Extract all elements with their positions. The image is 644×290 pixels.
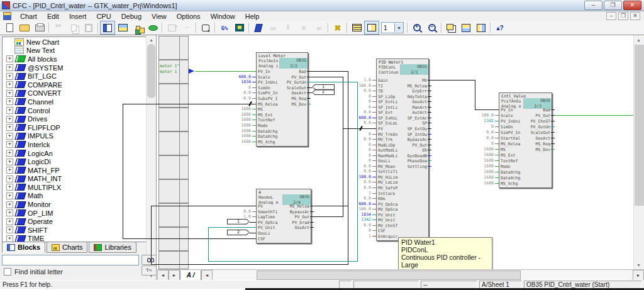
tile-horizontal-button[interactable]	[458, 21, 474, 35]
tree-item-logicdi[interactable]: +LogicDi	[3, 157, 154, 166]
expand-plus-icon[interactable]: +	[6, 159, 13, 165]
insert-predecessor-button[interactable]	[164, 21, 179, 35]
menu-chart[interactable]: Chart	[15, 13, 42, 20]
hscroll-left-button[interactable]: ◄	[201, 270, 213, 281]
tree-item-flipflop[interactable]: +FLIPFLOP	[3, 123, 154, 132]
watch-values-button[interactable]	[296, 21, 311, 35]
mdi-restore-button[interactable]: ❐	[618, 12, 628, 20]
expand-plus-icon[interactable]: +	[6, 81, 13, 88]
catalog-toggle-button[interactable]	[100, 21, 115, 35]
scroll-up-icon[interactable]: ▲	[634, 35, 643, 44]
minimize-button[interactable]: –	[584, 1, 602, 10]
comment-button[interactable]	[145, 21, 160, 35]
sheet-tab-a[interactable]: A /	[180, 270, 201, 281]
tree-item-math[interactable]: +Math	[3, 192, 154, 201]
tree-item-math-int[interactable]: +MATH_INT	[3, 175, 154, 184]
remove-forcing-button[interactable]	[281, 21, 296, 35]
tree-item--system[interactable]: +@SYSTEM	[3, 64, 154, 72]
lab-values-button[interactable]	[311, 21, 326, 35]
download-button[interactable]	[232, 21, 247, 35]
expand-plus-icon[interactable]: +	[6, 184, 13, 191]
expand-plus-icon[interactable]: +	[6, 55, 13, 62]
expand-plus-icon[interactable]: +	[6, 98, 13, 105]
help-cursor-button[interactable]	[492, 21, 508, 35]
tree-item-operate[interactable]: +Operate	[3, 217, 154, 226]
tree-item-interlck[interactable]: +Interlck	[3, 140, 154, 149]
sheet-view-button[interactable]	[349, 21, 364, 35]
tree-item-channel[interactable]: +Channel	[3, 98, 154, 106]
tree-item-compare[interactable]: +COMPARE	[3, 81, 154, 89]
tree-item-new-chart[interactable]: New Chart	[3, 38, 154, 47]
tree-item-logican[interactable]: +LogicAn	[3, 149, 154, 158]
expand-plus-icon[interactable]: +	[6, 150, 13, 157]
hscroll-right-button[interactable]: ►	[633, 270, 644, 281]
tile-vertical-button[interactable]	[474, 21, 489, 35]
canvas-horizontal-scrollbar[interactable]	[213, 270, 633, 280]
tab-blocks[interactable]: Blocks	[2, 242, 45, 253]
tree-item-math-fp[interactable]: +MATH_FP	[3, 166, 154, 175]
tree-item-shift[interactable]: +SHIFT	[3, 226, 154, 235]
cut-button[interactable]	[51, 21, 66, 35]
expand-plus-icon[interactable]: +	[6, 90, 13, 97]
expand-plus-icon[interactable]: +	[6, 192, 13, 199]
expand-plus-icon[interactable]: +	[6, 141, 13, 148]
expand-plus-icon[interactable]: +	[6, 218, 13, 225]
find-initial-letter-checkbox[interactable]	[4, 268, 11, 276]
tree-item-all-blocks[interactable]: +All blocks	[3, 55, 154, 64]
tree-item-op-lim[interactable]: +OP_LIM	[3, 209, 154, 218]
menu-view[interactable]: View	[147, 13, 172, 20]
block-catalog-tree[interactable]: New ChartNew Text+All blocks+@SYSTEM+BIT…	[2, 36, 155, 242]
print-button[interactable]	[32, 21, 47, 35]
vertical-scroll-thumb[interactable]	[635, 45, 644, 206]
chart-canvas[interactable]	[157, 35, 644, 269]
tree-item-convert[interactable]: +CONVERT	[3, 89, 154, 98]
zoom-out-button[interactable]	[425, 21, 440, 35]
menu-edit[interactable]: Edit	[42, 13, 64, 20]
cascade-windows-button[interactable]	[443, 21, 458, 35]
expand-plus-icon[interactable]: +	[6, 73, 13, 80]
tree-item-control[interactable]: +Control	[3, 106, 154, 115]
canvas-vertical-scrollbar[interactable]: ▲ ▼	[633, 35, 644, 269]
close-button[interactable]: ✕	[623, 1, 641, 10]
fit-to-screen-button[interactable]	[330, 21, 345, 35]
menu-debug[interactable]: Debug	[116, 13, 147, 20]
scroll-up-icon[interactable]: ▲	[147, 35, 156, 44]
run-sequence-button[interactable]	[198, 21, 213, 35]
menu-window[interactable]: Window	[206, 13, 240, 20]
block-hierarchy-button[interactable]	[130, 21, 145, 35]
expand-plus-icon[interactable]: +	[6, 124, 13, 131]
menu-help[interactable]: Help	[240, 13, 265, 20]
tree-scrollbar[interactable]: ▲ ▼	[146, 35, 156, 280]
scroll-down-icon[interactable]: ▼	[634, 260, 643, 269]
tree-item-multiplx[interactable]: +MULTIPLX	[3, 183, 154, 192]
mdi-minimize-button[interactable]: –	[606, 12, 616, 20]
expand-plus-icon[interactable]: +	[6, 176, 13, 182]
expand-plus-icon[interactable]: +	[6, 167, 13, 174]
open-chart-button[interactable]	[17, 21, 32, 35]
tree-item-impuls[interactable]: +IMPULS	[3, 132, 154, 141]
zoom-in-button[interactable]	[409, 21, 425, 35]
paste-button[interactable]	[81, 21, 96, 35]
tree-item-monitor[interactable]: +Monitor	[3, 200, 154, 209]
chart-document-icon[interactable]	[3, 12, 11, 20]
menu-cpu[interactable]: CPU	[91, 13, 116, 20]
menu-options[interactable]: Options	[172, 13, 206, 20]
expand-plus-icon[interactable]: +	[6, 116, 13, 123]
update-connections-button[interactable]	[217, 21, 232, 35]
mdi-close-button[interactable]: ✕	[630, 12, 640, 20]
tab-charts[interactable]: Charts	[47, 242, 87, 253]
expand-plus-icon[interactable]: +	[6, 226, 13, 233]
overview-button[interactable]	[364, 21, 379, 35]
tab-libraries[interactable]: Libraries	[89, 242, 136, 253]
test-mode-button[interactable]	[251, 21, 266, 35]
zoom-combobox[interactable]: 1▼	[381, 22, 404, 33]
sort-button[interactable]: Ƭ<	[142, 265, 157, 276]
expand-plus-icon[interactable]: +	[6, 201, 13, 208]
chevron-down-icon[interactable]: ▼	[394, 23, 403, 32]
process-mode-button[interactable]	[266, 21, 281, 35]
expand-plus-icon[interactable]: +	[6, 64, 13, 71]
expand-plus-icon[interactable]: +	[6, 107, 13, 114]
expand-plus-icon[interactable]: +	[6, 209, 13, 216]
tree-item-drives[interactable]: +Drives	[3, 114, 154, 123]
search-input[interactable]	[2, 255, 139, 265]
